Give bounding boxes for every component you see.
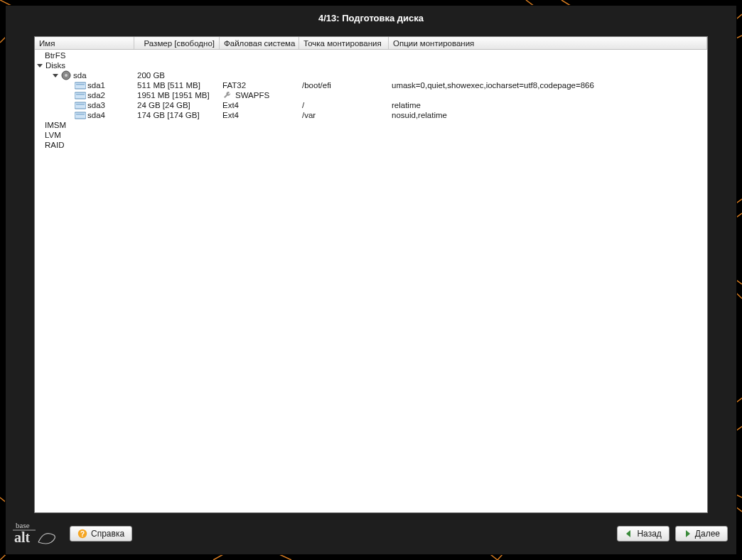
col-mount[interactable]: Точка монтирования: [299, 37, 389, 49]
back-button-label: Назад: [637, 529, 661, 539]
cell-size: 1951 MB [1951 MB]: [134, 90, 220, 100]
cell-size: 511 MB [511 MB]: [134, 80, 220, 90]
expander-icon[interactable]: [36, 62, 43, 69]
tree-node-sda[interactable]: sda 200 GB: [35, 70, 707, 80]
arrow-right-icon: [683, 529, 692, 538]
cell-opts: relatime: [389, 100, 707, 110]
node-label: RAID: [45, 140, 64, 150]
tree-node-sda4[interactable]: sda4 174 GB [174 GB] Ext4 /var nosuid,re…: [35, 110, 707, 120]
disk-tree-panel: Имя Размер [свободно] Файловая система Т…: [34, 36, 708, 513]
cell-fs: Ext4: [220, 110, 299, 120]
svg-rect-5: [76, 94, 85, 95]
svg-rect-9: [76, 114, 85, 115]
tree-node-raid[interactable]: RAID: [35, 140, 707, 150]
cell-mount: /: [299, 100, 389, 110]
col-size[interactable]: Размер [свободно]: [134, 37, 220, 49]
node-label: Disks: [45, 60, 65, 70]
node-label: LVM: [45, 130, 61, 140]
cell-fs: FAT32: [220, 80, 299, 90]
svg-point-1: [65, 74, 68, 77]
partition-icon: [75, 110, 86, 120]
tree-node-disks[interactable]: Disks: [35, 60, 707, 70]
col-name[interactable]: Имя: [35, 37, 134, 49]
tree-node-sda3[interactable]: sda3 24 GB [24 GB] Ext4 / relatime: [35, 100, 707, 110]
help-button[interactable]: ? Справка: [70, 526, 132, 542]
next-button-label: Далее: [695, 529, 720, 539]
cell-mount: /var: [299, 110, 389, 120]
svg-text:?: ?: [80, 530, 85, 538]
installer-window: 4/13: Подготовка диска Имя Размер [свобо…: [5, 5, 737, 555]
cell-size: 174 GB [174 GB]: [134, 110, 220, 120]
col-fs[interactable]: Файловая система: [220, 37, 299, 49]
svg-rect-2: [75, 82, 86, 89]
col-opts[interactable]: Опции монтирования: [389, 37, 707, 49]
arrow-left-icon: [625, 529, 633, 538]
node-label: sda: [73, 70, 87, 80]
wrench-icon: [222, 90, 232, 100]
node-label: sda2: [87, 90, 105, 100]
node-label: IMSM: [45, 120, 66, 130]
column-headers: Имя Размер [свободно] Файловая система Т…: [35, 37, 707, 50]
disk-icon: [61, 70, 71, 80]
svg-rect-3: [76, 84, 85, 85]
cell-size: 24 GB [24 GB]: [134, 100, 220, 110]
cell-size: 200 GB: [134, 70, 220, 80]
svg-text:base: base: [16, 521, 30, 529]
basealt-logo: base alt: [11, 518, 64, 549]
node-label: BtrFS: [45, 50, 65, 60]
cell-opts: umask=0,quiet,showexec,iocharset=utf8,co…: [389, 80, 707, 90]
tree-node-btrfs[interactable]: BtrFS: [35, 50, 707, 60]
svg-rect-4: [75, 92, 86, 99]
svg-text:alt: alt: [14, 529, 31, 545]
cell-opts: nosuid,relatime: [389, 110, 707, 120]
partition-icon: [75, 100, 86, 110]
back-button[interactable]: Назад: [617, 526, 669, 542]
disk-tree[interactable]: BtrFS Disks: [35, 50, 707, 512]
footer: base alt ? Справка Назад Далее: [6, 513, 736, 554]
cell-fs: Ext4: [220, 100, 299, 110]
cell-fs: SWAPFS: [220, 90, 299, 100]
cell-mount: /boot/efi: [299, 80, 389, 90]
partition-icon: [75, 90, 86, 100]
svg-rect-6: [75, 102, 86, 109]
svg-rect-7: [76, 104, 85, 105]
partition-icon: [75, 80, 86, 90]
svg-rect-8: [75, 112, 86, 119]
tree-node-sda2[interactable]: sda2 1951 MB [1951 MB] SWAPFS: [35, 90, 707, 100]
tree-node-lvm[interactable]: LVM: [35, 130, 707, 140]
node-label: sda3: [87, 100, 105, 110]
next-button[interactable]: Далее: [675, 526, 728, 542]
page-title: 4/13: Подготовка диска: [6, 6, 736, 36]
help-button-label: Справка: [91, 529, 124, 539]
tree-node-sda1[interactable]: sda1 511 MB [511 MB] FAT32 /boot/efi uma…: [35, 80, 707, 90]
help-icon: ?: [77, 529, 87, 539]
expander-icon[interactable]: [52, 72, 59, 79]
node-label: sda4: [87, 110, 105, 120]
tree-node-imsm[interactable]: IMSM: [35, 120, 707, 130]
node-label: sda1: [87, 80, 105, 90]
